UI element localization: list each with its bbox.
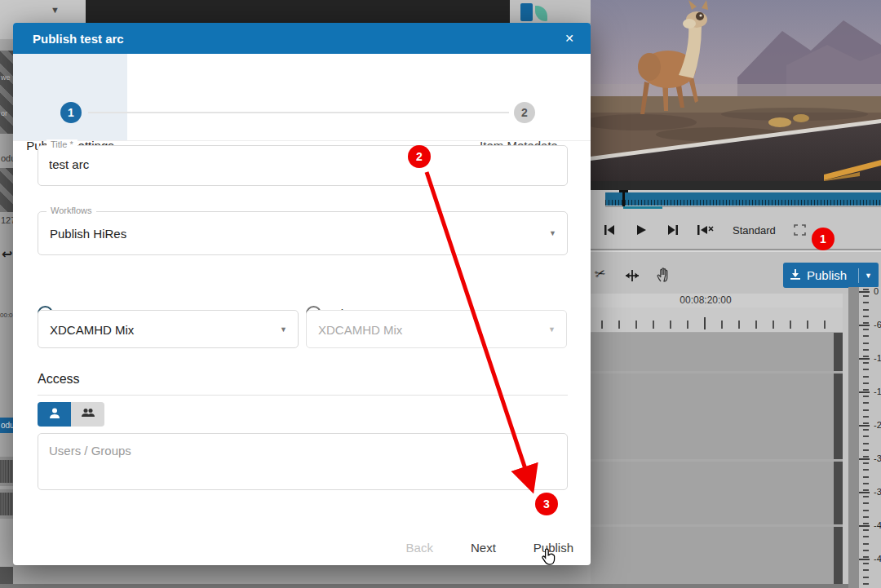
quality-selector[interactable]: Standard: [733, 224, 776, 237]
timeline-timecode: 00:08:20:00: [661, 294, 750, 306]
clip-thumbnail-fragment[interactable]: [0, 168, 13, 212]
chevron-down-icon[interactable]: ▼: [51, 5, 60, 15]
workflows-label: Workflows: [46, 206, 96, 215]
transport-controls: Standard: [604, 222, 806, 238]
users-toggle-button[interactable]: [38, 402, 71, 427]
llama-scene: [591, 0, 881, 181]
step-2-indicator[interactable]: 2: [514, 102, 535, 123]
track-scrollbar[interactable]: [834, 374, 843, 459]
access-type-toggle: [38, 402, 104, 427]
track-scrollbar[interactable]: [834, 462, 843, 524]
annotation-badge-3: 3: [535, 493, 558, 515]
scrub-ticks: [605, 200, 881, 206]
track-scrollbar[interactable]: [834, 333, 843, 371]
publish-button[interactable]: Publish ▼: [783, 263, 879, 288]
skip-to-end-icon[interactable]: [666, 224, 679, 236]
annotation-badge-1: 1: [812, 228, 835, 250]
video-monitor-edge: [86, 0, 510, 23]
db-scale-minor-ticks: [863, 289, 869, 586]
audio-meter: [848, 287, 859, 588]
audio-waveform-thumbnail[interactable]: [0, 457, 13, 486]
fullscreen-icon[interactable]: [794, 224, 806, 236]
bottom-edge-strip: [0, 584, 848, 588]
app-canvas: ▼ we or odu 127 ↩ 00:0 odu: [0, 0, 881, 588]
chevron-down-icon[interactable]: ▼: [865, 272, 872, 280]
publish-button-label: Publish: [807, 268, 847, 282]
back-button[interactable]: Back: [406, 541, 433, 555]
access-divider: [38, 395, 568, 396]
title-input[interactable]: [49, 157, 555, 171]
db-scale-label: -3: [874, 487, 881, 497]
track-scrollbar[interactable]: [834, 527, 843, 584]
left-panel-fragment: we or odu 127 ↩ 00:0 odu: [0, 39, 13, 588]
next-button[interactable]: Next: [471, 541, 496, 555]
db-scale-label: 0: [874, 286, 881, 296]
button-divider: [858, 268, 859, 283]
playhead-icon[interactable]: [622, 190, 625, 206]
active-step-highlight: [13, 54, 127, 140]
db-scale-tick: [859, 458, 870, 460]
undo-icon[interactable]: ↩: [2, 246, 12, 262]
preset-select-value: XDCAMHD Mix: [50, 322, 134, 336]
audio-waveform-thumbnail[interactable]: [0, 489, 13, 519]
user-icon: [48, 407, 61, 422]
download-icon: [790, 268, 801, 282]
db-scale-tick: [859, 525, 870, 527]
workflows-select[interactable]: Workflows Publish HiRes ▼: [38, 211, 568, 255]
go-to-in-point-icon[interactable]: [697, 224, 715, 236]
timeline-gap-column: [843, 294, 848, 588]
db-scale-tick: [859, 358, 870, 360]
db-scale-tick: [859, 425, 870, 427]
title-field-label: Title *: [46, 139, 77, 149]
timeline-track[interactable]: [591, 527, 834, 584]
users-groups-field[interactable]: [38, 433, 568, 490]
clip-thumbnail-fragment[interactable]: we or: [0, 51, 13, 134]
production-tag-fragment[interactable]: odu: [0, 418, 13, 433]
step-1-indicator[interactable]: 1: [60, 102, 82, 123]
dialog-title: Publish test arc: [33, 32, 124, 46]
wizard-stepper: 1 2 Publish Settings Item Metadata: [13, 54, 591, 140]
users-groups-input[interactable]: [49, 444, 555, 481]
app-logo-area: [510, 0, 591, 23]
db-scale-label: -6: [874, 320, 881, 329]
timecode-fragment: 00:0: [0, 312, 13, 319]
db-scale-label: -3: [874, 453, 881, 463]
db-scale-tick: [859, 391, 870, 393]
preset-select[interactable]: XDCAMHD Mix ▼: [38, 310, 299, 348]
db-scale-label: -1: [874, 353, 881, 363]
db-scale-label: -4: [874, 554, 881, 564]
groups-toggle-button[interactable]: [71, 402, 104, 427]
title-field[interactable]: Title *: [38, 145, 568, 186]
close-icon[interactable]: ✕: [564, 32, 574, 45]
db-scale-tick: [859, 291, 870, 293]
direct-out-select-disabled: XDCAMHD Mix ▼: [306, 310, 567, 348]
db-scale-label: -1: [874, 387, 881, 396]
dialog-header: Publish test arc ✕: [13, 23, 591, 54]
app-logo-leaf-icon: [535, 6, 547, 21]
stepper-divider: [13, 140, 591, 141]
skip-to-start-icon[interactable]: [604, 224, 617, 236]
chevron-down-icon[interactable]: ▼: [280, 325, 287, 334]
timeline-ruler-center-tick: [704, 317, 706, 329]
step-connector: [88, 112, 509, 113]
video-preview[interactable]: [591, 0, 881, 181]
mouse-cursor-icon: [542, 548, 556, 566]
publish-dialog: Publish test arc ✕ 1 2 Publish Settings …: [13, 23, 591, 565]
workflows-value: Publish HiRes: [50, 227, 126, 241]
db-scale-label: -4: [874, 520, 881, 530]
timeline-track[interactable]: [591, 333, 834, 371]
timeline-track[interactable]: [591, 462, 834, 524]
db-scale-label: -2: [874, 420, 881, 430]
pan-tool-icon[interactable]: [657, 267, 671, 286]
chevron-down-icon[interactable]: ▼: [549, 229, 556, 237]
play-icon[interactable]: [635, 224, 648, 236]
clip-label-fragment: or: [1, 109, 7, 117]
video-letterbox: [591, 181, 881, 190]
clip-label-fragment: we: [1, 73, 11, 82]
trim-tool-icon[interactable]: [625, 269, 640, 285]
timeline-track[interactable]: [591, 374, 834, 459]
annotation-badge-2: 2: [408, 145, 431, 168]
access-heading: Access: [38, 372, 80, 387]
db-scale-tick: [859, 559, 870, 560]
db-scale-tick: [859, 492, 870, 493]
